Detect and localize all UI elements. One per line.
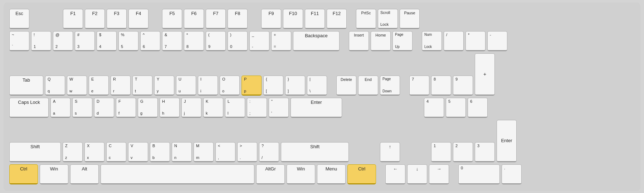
- key-comma[interactable]: <,: [215, 142, 235, 162]
- key-m[interactable]: Mm: [194, 142, 214, 162]
- key-r[interactable]: Rr: [111, 76, 131, 96]
- key-num-7[interactable]: 7: [409, 76, 429, 96]
- key-shift-right[interactable]: Shift: [281, 142, 349, 162]
- key-f6[interactable]: F6: [184, 9, 204, 29]
- key-alt-left[interactable]: Alt: [70, 164, 99, 184]
- key-arrow-up[interactable]: ↑: [380, 142, 400, 162]
- key-n[interactable]: Nn: [172, 142, 192, 162]
- key-o[interactable]: Oo: [220, 76, 240, 96]
- key-c[interactable]: Cc: [106, 142, 126, 162]
- key-h[interactable]: Hh: [160, 98, 180, 118]
- key-j[interactable]: Jj: [181, 98, 201, 118]
- key-0[interactable]: )0: [228, 31, 248, 51]
- key-d[interactable]: Dd: [94, 98, 114, 118]
- key-f5[interactable]: F5: [162, 9, 182, 29]
- key-insert[interactable]: Insert: [349, 31, 369, 51]
- key-open-bracket[interactable]: {[: [263, 76, 283, 96]
- key-num-3[interactable]: 3: [475, 142, 495, 162]
- key-altgr[interactable]: AltGr: [256, 164, 285, 184]
- key-e[interactable]: Ee: [89, 76, 109, 96]
- key-quote[interactable]: "': [269, 98, 289, 118]
- key-f8[interactable]: F8: [228, 9, 248, 29]
- key-slash[interactable]: ?/: [259, 142, 279, 162]
- key-backspace[interactable]: Backspace: [293, 31, 340, 51]
- key-minus[interactable]: _-: [249, 31, 269, 51]
- key-scroll-lock[interactable]: ScrollLock: [378, 9, 398, 29]
- key-caps-lock[interactable]: Caps Lock: [9, 98, 49, 118]
- key-home[interactable]: Home: [371, 31, 391, 51]
- key-f7[interactable]: F7: [206, 9, 226, 29]
- key-y[interactable]: Yy: [154, 76, 174, 96]
- key-8[interactable]: *8: [184, 31, 204, 51]
- key-num-dot[interactable]: .: [502, 164, 522, 184]
- key-num-plus[interactable]: +: [475, 53, 495, 96]
- key-tab[interactable]: Tab: [9, 76, 43, 96]
- key-num-0[interactable]: 0: [458, 164, 500, 184]
- key-enter[interactable]: Enter: [291, 98, 342, 118]
- key-w[interactable]: Ww: [67, 76, 87, 96]
- key-num-minus[interactable]: -: [487, 31, 507, 51]
- key-arrow-left[interactable]: ←: [385, 164, 405, 184]
- key-close-bracket[interactable]: }]: [285, 76, 305, 96]
- key-num-5[interactable]: 5: [446, 98, 466, 118]
- key-5[interactable]: %5: [118, 31, 138, 51]
- key-prtsc[interactable]: PrtSc: [356, 9, 376, 29]
- key-l[interactable]: Ll: [225, 98, 245, 118]
- key-f9[interactable]: F9: [261, 9, 281, 29]
- key-end[interactable]: End: [358, 76, 378, 96]
- key-num-lock[interactable]: NumLock: [422, 31, 442, 51]
- key-delete[interactable]: Delete: [336, 76, 356, 96]
- key-g[interactable]: Gg: [138, 98, 158, 118]
- key-num-asterisk[interactable]: *: [465, 31, 486, 51]
- key-shift-left[interactable]: Shift: [9, 142, 61, 162]
- key-6[interactable]: ^6: [140, 31, 160, 51]
- key-7[interactable]: &7: [162, 31, 182, 51]
- key-num-enter[interactable]: Enter: [497, 120, 517, 162]
- key-space[interactable]: [101, 164, 254, 184]
- key-num-6[interactable]: 6: [468, 98, 488, 118]
- key-equals[interactable]: +=: [271, 31, 291, 51]
- key-num-slash[interactable]: /: [444, 31, 464, 51]
- key-num-2[interactable]: 2: [453, 142, 473, 162]
- key-i[interactable]: Ii: [198, 76, 218, 96]
- key-win-left[interactable]: Win: [40, 164, 68, 184]
- key-page-up[interactable]: PageUp: [392, 31, 413, 51]
- key-page-down[interactable]: PageDown: [380, 76, 400, 96]
- key-f10[interactable]: F10: [283, 9, 303, 29]
- key-t[interactable]: Tt: [132, 76, 152, 96]
- key-f2[interactable]: F2: [85, 9, 105, 29]
- key-z[interactable]: Zz: [63, 142, 83, 162]
- key-period[interactable]: >.: [237, 142, 257, 162]
- key-p[interactable]: Pp: [241, 76, 262, 96]
- key-4[interactable]: $4: [97, 31, 117, 51]
- key-f4[interactable]: F4: [128, 9, 148, 29]
- key-f12[interactable]: F12: [327, 9, 347, 29]
- key-x[interactable]: Xx: [84, 142, 104, 162]
- key-f[interactable]: Ff: [116, 98, 136, 118]
- key-num-1[interactable]: 1: [431, 142, 451, 162]
- key-f11[interactable]: F11: [305, 9, 325, 29]
- key-2[interactable]: @2: [53, 31, 73, 51]
- key-1[interactable]: !1: [31, 31, 51, 51]
- key-ctrl-right[interactable]: Ctrl: [347, 164, 376, 184]
- key-u[interactable]: Uu: [176, 76, 196, 96]
- key-pause[interactable]: Pause: [400, 9, 420, 29]
- key-backslash[interactable]: |\: [307, 76, 327, 96]
- key-k[interactable]: Kk: [203, 98, 223, 118]
- key-q[interactable]: Qq: [45, 76, 65, 96]
- key-3[interactable]: #3: [75, 31, 95, 51]
- key-ctrl-left[interactable]: Ctrl: [9, 164, 38, 184]
- key-semicolon[interactable]: :;: [247, 98, 267, 118]
- key-menu[interactable]: Menu: [317, 164, 346, 184]
- key-num-4[interactable]: 4: [424, 98, 444, 118]
- key-num-9[interactable]: 9: [453, 76, 473, 96]
- key-f3[interactable]: F3: [107, 9, 127, 29]
- key-arrow-right[interactable]: →: [429, 164, 449, 184]
- key-arrow-down[interactable]: ↓: [407, 164, 427, 184]
- key-b[interactable]: Bb: [150, 142, 170, 162]
- key-a[interactable]: Aa: [50, 98, 70, 118]
- key-win-right[interactable]: Win: [287, 164, 315, 184]
- key-s[interactable]: Ss: [72, 98, 92, 118]
- key-backtick[interactable]: ~`: [9, 31, 29, 51]
- key-9[interactable]: (9: [206, 31, 226, 51]
